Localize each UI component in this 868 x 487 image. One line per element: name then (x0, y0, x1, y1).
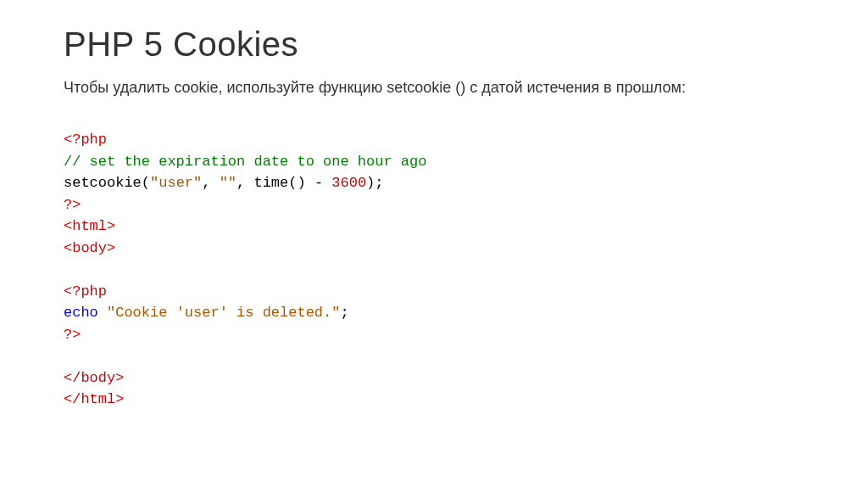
code-func-call: setcookie( (64, 175, 150, 191)
php-open-tag: <?php (64, 132, 107, 148)
php-close-tag: ?> (64, 197, 81, 213)
php-open-tag: <?php (64, 283, 107, 299)
code-block: <?php // set the expiration date to one … (64, 129, 804, 411)
code-keyword: echo (64, 305, 98, 321)
html-tag: </body> (64, 370, 124, 386)
code-string: "" (220, 175, 236, 191)
code-space (98, 305, 107, 321)
code-string: "Cookie 'user' is deleted." (107, 305, 340, 321)
html-tag: <html> (64, 218, 115, 234)
code-punct: ; (340, 305, 348, 321)
description-text: Чтобы удалить cookie, используйте функци… (64, 79, 804, 97)
code-punct: ); (366, 175, 383, 191)
html-tag: </html> (64, 391, 124, 407)
html-tag: <body> (64, 240, 115, 256)
code-comment: // set the expiration date to one hour a… (64, 154, 426, 170)
code-punct: , (202, 175, 219, 191)
code-number: 3600 (331, 175, 366, 191)
code-punct: , time() - (236, 175, 331, 191)
page-title: PHP 5 Cookies (64, 25, 804, 64)
code-string: "user" (150, 175, 202, 191)
php-close-tag: ?> (64, 327, 81, 343)
